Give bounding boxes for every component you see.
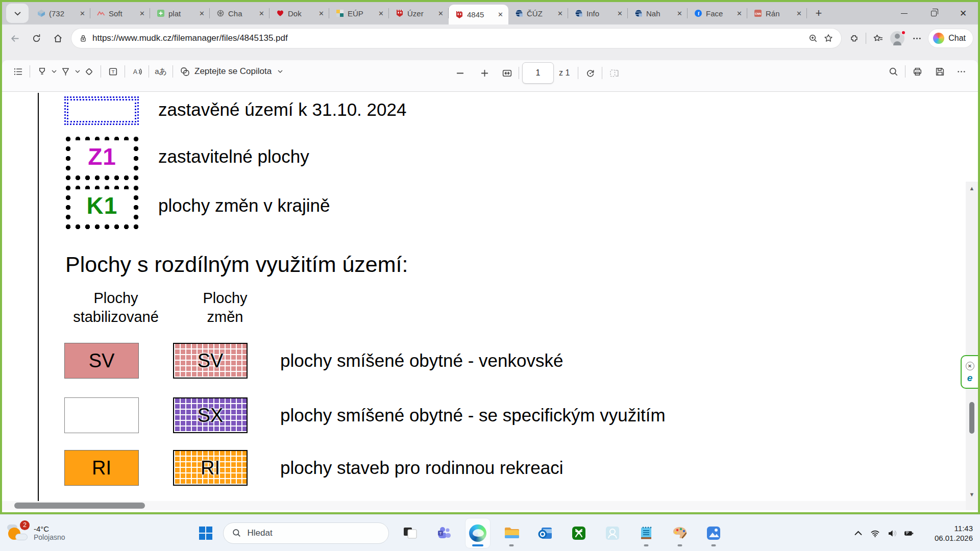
start-button[interactable] bbox=[195, 523, 216, 543]
tab-ČÚZ[interactable]: ČÚZ✕ bbox=[508, 2, 568, 24]
pdf-more-button[interactable] bbox=[952, 62, 970, 81]
scroll-up-icon[interactable]: ▲ bbox=[966, 182, 978, 195]
tab-label: Soft bbox=[109, 9, 135, 18]
draw-pen-button[interactable] bbox=[57, 62, 74, 81]
clock-time: 11:43 bbox=[935, 523, 973, 533]
outlook-button[interactable] bbox=[533, 518, 557, 548]
globe-icon bbox=[634, 9, 643, 18]
page-view-button[interactable] bbox=[605, 64, 623, 82]
tab-Cha[interactable]: Cha✕ bbox=[210, 2, 270, 24]
save-button[interactable] bbox=[931, 62, 948, 81]
z1-code: Z1 bbox=[88, 143, 116, 170]
tab-plat[interactable]: plat✕ bbox=[150, 2, 210, 24]
extensions-icon[interactable] bbox=[845, 30, 863, 47]
tab-EÚP[interactable]: EÚP✕ bbox=[329, 2, 389, 24]
edge-button[interactable] bbox=[465, 518, 490, 548]
tab-label: EÚP bbox=[348, 9, 374, 18]
horizontal-scrollbar[interactable] bbox=[2, 501, 966, 510]
tab-close-icon[interactable]: ✕ bbox=[616, 9, 624, 18]
tab-4845[interactable]: 4845✕ bbox=[449, 5, 508, 24]
vertical-scrollbar[interactable]: ▲ ▼ bbox=[966, 182, 978, 510]
taskbar-search[interactable]: Hledat bbox=[223, 522, 389, 544]
collections-icon[interactable] bbox=[869, 30, 887, 47]
page-number-input[interactable] bbox=[522, 62, 554, 84]
chevron-down-icon[interactable] bbox=[52, 70, 57, 73]
taskbar-clock[interactable]: 11:43 06.01.2026 bbox=[935, 515, 973, 551]
copilot-pdf-icon[interactable] bbox=[176, 62, 193, 81]
close-icon: ✕ bbox=[960, 9, 967, 18]
tab-close-icon[interactable]: ✕ bbox=[258, 9, 265, 18]
home-button[interactable] bbox=[49, 30, 66, 47]
tab-close-icon[interactable]: ✕ bbox=[497, 10, 504, 19]
table-of-contents-button[interactable] bbox=[9, 62, 27, 81]
vertical-scroll-thumb[interactable] bbox=[969, 402, 974, 434]
minimize-button[interactable] bbox=[889, 2, 919, 24]
profile-avatar[interactable] bbox=[889, 30, 906, 47]
restore-button[interactable] bbox=[919, 2, 948, 24]
refresh-button[interactable] bbox=[28, 30, 45, 47]
new-tab-button[interactable]: + bbox=[810, 2, 827, 24]
pdf-page: zastavěné území k 31.10. 2024 Z1 zastavi… bbox=[2, 92, 978, 512]
tray-chevron-icon[interactable] bbox=[853, 529, 863, 538]
tab-list-chevron-button[interactable] bbox=[6, 4, 29, 23]
search-document-button[interactable] bbox=[885, 62, 902, 81]
fit-to-width-button[interactable] bbox=[498, 64, 516, 82]
notepad-button[interactable] bbox=[634, 518, 658, 548]
back-button[interactable] bbox=[6, 30, 23, 47]
favorite-star-button[interactable] bbox=[821, 31, 836, 46]
zoom-page-button[interactable] bbox=[805, 31, 821, 46]
tab-Rán[interactable]: CNNRán✕ bbox=[747, 2, 807, 24]
tab-close-icon[interactable]: ✕ bbox=[317, 9, 325, 18]
eraser-button[interactable] bbox=[80, 62, 97, 81]
tab-Úzer[interactable]: Úzer✕ bbox=[389, 2, 449, 24]
xbox-button[interactable] bbox=[567, 518, 591, 548]
tab-Face[interactable]: fFace✕ bbox=[688, 2, 747, 24]
print-button[interactable] bbox=[909, 62, 926, 81]
tab-close-icon[interactable]: ✕ bbox=[736, 9, 743, 18]
tab-Nah[interactable]: Nah✕ bbox=[628, 2, 688, 24]
translate-button[interactable]: aあ bbox=[152, 62, 169, 81]
close-icon[interactable]: ✕ bbox=[966, 362, 974, 370]
edge-sidebar-widget[interactable]: ✕ e bbox=[961, 355, 978, 389]
volume-icon[interactable] bbox=[887, 529, 897, 538]
edge-logo-icon[interactable]: e bbox=[967, 373, 973, 383]
url-field[interactable]: https://www.mudk.cz/filemanager/files/48… bbox=[71, 29, 841, 48]
tab-close-icon[interactable]: ✕ bbox=[198, 9, 206, 18]
highlighter-button[interactable] bbox=[33, 62, 51, 81]
weather-temperature: -4°C bbox=[34, 524, 65, 533]
browser-menu-button[interactable] bbox=[908, 30, 925, 47]
add-text-button[interactable]: T bbox=[104, 62, 121, 81]
chevron-down-icon[interactable] bbox=[278, 70, 283, 73]
paint-button[interactable] bbox=[668, 518, 692, 548]
tab-close-icon[interactable]: ✕ bbox=[795, 9, 803, 18]
contact-button[interactable] bbox=[600, 518, 625, 548]
copilot-label[interactable]: Zeptejte se Copilota bbox=[194, 66, 272, 77]
tab-close-icon[interactable]: ✕ bbox=[437, 9, 445, 18]
tab-close-icon[interactable]: ✕ bbox=[138, 9, 146, 18]
tab-close-icon[interactable]: ✕ bbox=[676, 9, 683, 18]
tab-close-icon[interactable]: ✕ bbox=[79, 9, 86, 18]
zoom-out-button[interactable] bbox=[451, 64, 469, 82]
horizontal-scroll-thumb[interactable] bbox=[14, 503, 145, 509]
tab-close-icon[interactable]: ✕ bbox=[377, 9, 385, 18]
rotate-button[interactable] bbox=[581, 64, 599, 82]
swatch-stabilized bbox=[64, 397, 139, 433]
read-aloud-button[interactable]: A bbox=[128, 62, 145, 81]
tab-Soft[interactable]: Soft✕ bbox=[90, 2, 150, 24]
tab-(732[interactable]: (732✕ bbox=[31, 2, 90, 24]
tab-Info[interactable]: Info✕ bbox=[568, 2, 628, 24]
copilot-chat-button[interactable]: Chat bbox=[928, 29, 973, 47]
battery-icon[interactable] bbox=[904, 529, 914, 538]
tab-close-icon[interactable]: ✕ bbox=[556, 9, 564, 18]
photos-button[interactable] bbox=[701, 518, 726, 548]
close-button[interactable]: ✕ bbox=[948, 2, 978, 24]
task-view-button[interactable] bbox=[398, 518, 423, 548]
zoom-in-button[interactable] bbox=[476, 64, 493, 82]
scroll-down-icon[interactable]: ▼ bbox=[966, 488, 978, 501]
teams-button[interactable]: T bbox=[432, 518, 456, 548]
wifi-icon[interactable] bbox=[870, 529, 880, 538]
file-explorer-button[interactable] bbox=[499, 518, 524, 548]
tab-Dok[interactable]: Dok✕ bbox=[270, 2, 329, 24]
chevron-down-icon[interactable] bbox=[75, 70, 80, 73]
weather-widget[interactable]: 2 -4°C Polojasno bbox=[7, 523, 65, 543]
